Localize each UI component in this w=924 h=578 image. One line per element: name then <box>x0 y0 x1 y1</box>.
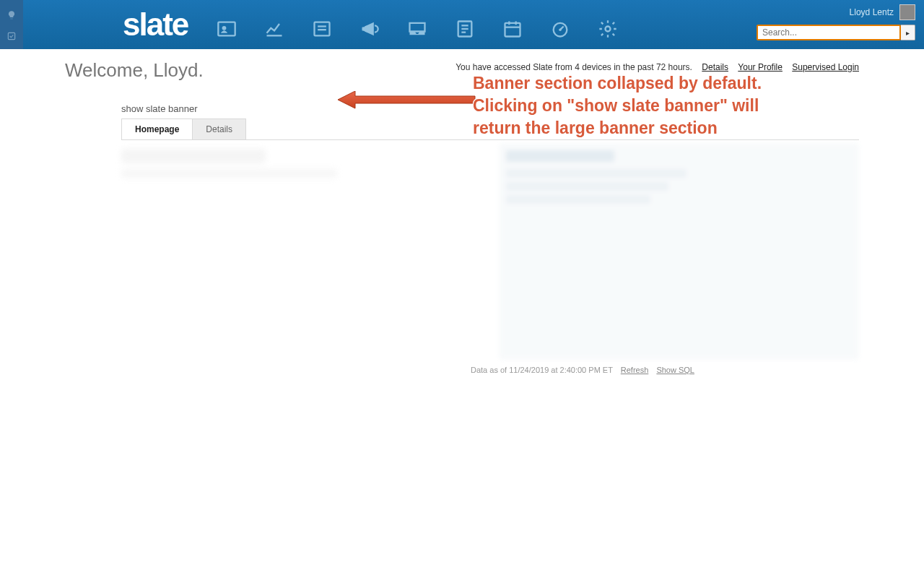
data-asof-label: Data as of 11/24/2019 at 2:40:00 PM ET <box>471 366 613 374</box>
avatar[interactable] <box>899 4 915 20</box>
refresh-link[interactable]: Refresh <box>621 366 649 374</box>
search-go-button[interactable]: ▸ <box>901 25 915 40</box>
page-body: Welcome, Lloyd. You have accessed Slate … <box>65 0 859 374</box>
tab-homepage[interactable]: Homepage <box>121 118 193 139</box>
access-info-text: You have accessed Slate from 4 devices i… <box>456 62 692 72</box>
access-info-bar: You have accessed Slate from 4 devices i… <box>456 62 859 72</box>
left-rail <box>0 0 23 49</box>
supervised-login-link[interactable]: Supervised Login <box>792 62 859 72</box>
show-banner-link[interactable]: show slate banner <box>121 103 198 114</box>
tab-row: Homepage Details <box>121 118 859 140</box>
details-link[interactable]: Details <box>702 62 728 72</box>
content-panel-left <box>121 143 481 360</box>
tab-details[interactable]: Details <box>192 118 246 139</box>
content-panel-right <box>499 143 859 360</box>
show-sql-link[interactable]: Show SQL <box>656 366 694 374</box>
annotation-arrow-icon <box>338 91 482 120</box>
checklist-icon[interactable] <box>6 31 17 43</box>
svg-rect-16 <box>8 33 14 39</box>
content-panels <box>121 140 859 360</box>
data-footer: Data as of 11/24/2019 at 2:40:00 PM ET R… <box>121 366 859 374</box>
your-profile-link[interactable]: Your Profile <box>738 62 783 72</box>
lightbulb-icon[interactable] <box>6 10 17 22</box>
svg-marker-17 <box>338 91 475 108</box>
